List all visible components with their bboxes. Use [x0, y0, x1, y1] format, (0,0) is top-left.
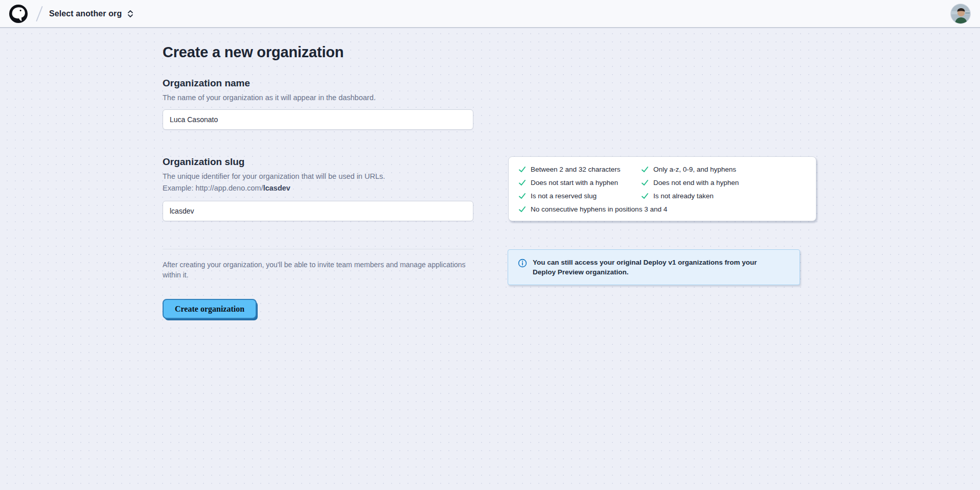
validation-item: Is not a reserved slug: [518, 192, 641, 200]
organization-name-description: The name of your organization as it will…: [163, 92, 376, 104]
page-title: Create a new organization: [163, 44, 344, 61]
org-selector-label: Select another org: [49, 9, 122, 18]
deploy-v1-info-banner: You can still access your original Deplo…: [508, 249, 800, 285]
breadcrumb-slash: [35, 5, 44, 22]
validation-item: No consecutive hyphens in positions 3 an…: [518, 205, 641, 213]
organization-name-label: Organization name: [163, 78, 250, 89]
organization-slug-description: The unique identifier for your organizat…: [163, 171, 449, 194]
slug-description-text: The unique identifier for your organizat…: [163, 172, 385, 180]
validation-item: Does not start with a hyphen: [518, 179, 641, 186]
top-navbar: Select another org: [0, 0, 980, 28]
deno-logo[interactable]: [8, 4, 29, 24]
validation-item-label: Does not end with a hyphen: [653, 179, 739, 186]
slug-example-prefix: Example: http://app.deno.com/: [163, 184, 263, 192]
check-icon: [518, 179, 526, 186]
check-icon: [641, 192, 649, 200]
slug-validation-grid: Between 2 and 32 characters Only a-z, 0-…: [518, 166, 807, 213]
chevron-up-down-icon: [127, 10, 134, 18]
organization-name-input[interactable]: [163, 109, 473, 130]
info-icon: [518, 259, 527, 268]
validation-item-label: Between 2 and 32 characters: [531, 166, 621, 173]
organization-slug-label: Organization slug: [163, 156, 244, 168]
deno-dino-icon: [9, 4, 28, 24]
org-selector-button[interactable]: Select another org: [49, 9, 134, 18]
slug-validation-card: Between 2 and 32 characters Only a-z, 0-…: [508, 156, 816, 221]
create-organization-button[interactable]: Create organization: [163, 299, 257, 319]
validation-item-label: Does not start with a hyphen: [531, 179, 618, 186]
post-create-note: After creating your organization, you'll…: [163, 260, 474, 280]
validation-item-label: Is not already taken: [653, 192, 714, 200]
check-icon: [518, 166, 526, 173]
validation-item-label: Only a-z, 0-9, and hyphens: [653, 166, 736, 173]
section-divider: [163, 249, 473, 249]
validation-item: Only a-z, 0-9, and hyphens: [641, 166, 807, 173]
validation-item: Is not already taken: [641, 192, 807, 200]
check-icon: [518, 192, 526, 200]
avatar-photo: [951, 4, 971, 24]
user-avatar[interactable]: [950, 4, 971, 24]
slug-example-slug: lcasdev: [263, 184, 290, 192]
validation-item: Between 2 and 32 characters: [518, 166, 641, 173]
info-banner-text: You can still access your original Deplo…: [533, 258, 779, 277]
check-icon: [641, 166, 649, 173]
organization-slug-input[interactable]: [163, 201, 473, 221]
check-icon: [641, 179, 649, 186]
validation-item: Does not end with a hyphen: [641, 179, 807, 186]
validation-item-label: Is not a reserved slug: [531, 192, 597, 200]
check-icon: [518, 205, 526, 213]
